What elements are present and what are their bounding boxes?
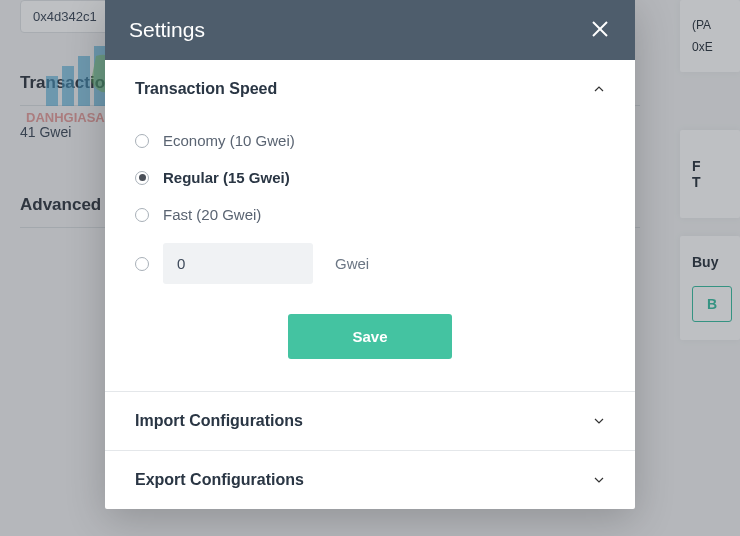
modal-overlay: Settings Transaction Speed Economy (10 G… (0, 0, 740, 536)
radio-icon[interactable] (135, 257, 149, 271)
speed-option-fast[interactable]: Fast (20 Gwei) (135, 196, 605, 233)
save-button[interactable]: Save (288, 314, 451, 359)
import-config-section: Import Configurations (105, 392, 635, 451)
speed-option-economy[interactable]: Economy (10 Gwei) (135, 122, 605, 159)
section-title: Export Configurations (135, 471, 304, 489)
radio-label: Economy (10 Gwei) (163, 132, 295, 149)
radio-icon[interactable] (135, 171, 149, 185)
chevron-down-icon (593, 474, 605, 486)
radio-icon[interactable] (135, 208, 149, 222)
transaction-speed-section: Transaction Speed Economy (10 Gwei) Regu… (105, 60, 635, 392)
export-config-section: Export Configurations (105, 451, 635, 509)
gwei-suffix-label: Gwei (335, 255, 369, 272)
radio-label: Fast (20 Gwei) (163, 206, 261, 223)
modal-header: Settings (105, 0, 635, 60)
section-header-import[interactable]: Import Configurations (105, 392, 635, 450)
chevron-up-icon (593, 83, 605, 95)
radio-label: Regular (15 Gwei) (163, 169, 290, 186)
custom-gwei-input[interactable] (163, 243, 313, 284)
section-header-speed[interactable]: Transaction Speed (105, 60, 635, 118)
speed-option-regular[interactable]: Regular (15 Gwei) (135, 159, 605, 196)
section-title: Import Configurations (135, 412, 303, 430)
section-title: Transaction Speed (135, 80, 277, 98)
close-icon[interactable] (591, 20, 611, 40)
modal-title: Settings (129, 18, 205, 42)
radio-icon[interactable] (135, 134, 149, 148)
speed-option-custom[interactable]: Gwei (135, 233, 605, 294)
settings-modal: Settings Transaction Speed Economy (10 G… (105, 0, 635, 509)
section-header-export[interactable]: Export Configurations (105, 451, 635, 509)
chevron-down-icon (593, 415, 605, 427)
